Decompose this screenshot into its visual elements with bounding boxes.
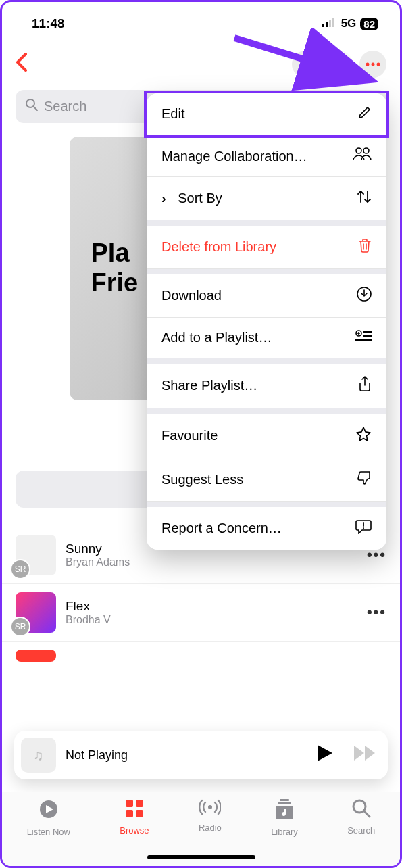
search-icon xyxy=(25,98,39,115)
svg-rect-5 xyxy=(332,18,334,27)
pencil-icon xyxy=(358,105,372,122)
share-icon xyxy=(358,376,372,395)
track-artist: Bryan Adams xyxy=(66,556,357,569)
status-bar: 11:48 5G 82 xyxy=(2,2,400,36)
clock: 11:48 xyxy=(32,16,65,31)
next-icon[interactable] xyxy=(354,746,376,765)
menu-share-playlist[interactable]: Share Playlist… xyxy=(147,364,386,408)
svg-rect-2 xyxy=(322,24,324,27)
menu-delete-from-library[interactable]: Delete from Library xyxy=(147,226,386,269)
menu-manage-collaboration[interactable]: Manage Collaboration… xyxy=(147,135,386,177)
menu-favourite[interactable]: Favourite xyxy=(147,414,386,458)
svg-point-10 xyxy=(377,63,380,66)
track-row[interactable] xyxy=(2,642,400,670)
report-icon xyxy=(355,519,372,537)
svg-rect-21 xyxy=(126,810,133,817)
nav-bar xyxy=(2,36,400,85)
svg-rect-25 xyxy=(278,802,291,804)
menu-report-concern[interactable]: Report a Concern… xyxy=(147,507,386,550)
svg-point-7 xyxy=(306,60,310,64)
grid-icon xyxy=(125,799,144,823)
search-icon xyxy=(352,799,371,823)
svg-rect-24 xyxy=(280,799,289,801)
tab-library[interactable]: Library xyxy=(271,799,298,837)
svg-rect-3 xyxy=(326,22,328,27)
home-indicator[interactable] xyxy=(147,855,255,859)
library-icon xyxy=(275,799,294,824)
collaborators-button[interactable] xyxy=(292,51,319,78)
network-label: 5G xyxy=(341,17,357,30)
radio-icon xyxy=(199,799,221,820)
svg-marker-16 xyxy=(365,746,375,761)
track-artist: Brodha V xyxy=(66,614,357,626)
sort-icon xyxy=(357,189,372,208)
svg-point-23 xyxy=(208,805,212,809)
svg-point-8 xyxy=(366,63,370,66)
play-icon[interactable] xyxy=(318,745,332,765)
svg-line-28 xyxy=(364,811,370,817)
track-title: Flex xyxy=(66,599,357,614)
tab-search[interactable]: Search xyxy=(347,799,375,836)
battery-icon: 82 xyxy=(360,18,378,30)
play-circle-icon xyxy=(39,799,59,824)
menu-edit[interactable]: Edit xyxy=(147,93,386,135)
contributor-avatar: SR xyxy=(10,559,30,579)
star-icon xyxy=(355,426,372,445)
svg-rect-20 xyxy=(136,800,143,807)
now-playing-label: Not Playing xyxy=(66,748,308,763)
tab-listen-now[interactable]: Listen Now xyxy=(27,799,70,837)
chevron-right-icon: › xyxy=(161,191,166,206)
download-icon xyxy=(357,287,372,305)
svg-point-29 xyxy=(356,148,361,153)
svg-line-12 xyxy=(34,107,37,110)
tab-radio[interactable]: Radio xyxy=(199,799,222,833)
menu-sort-by[interactable]: › Sort By xyxy=(147,177,386,220)
menu-add-to-playlist[interactable]: Add to a Playlist… xyxy=(147,318,386,358)
people-icon xyxy=(353,147,372,164)
svg-point-9 xyxy=(372,63,375,66)
trash-icon xyxy=(358,238,372,256)
add-button[interactable] xyxy=(326,51,353,78)
now-playing-bar[interactable]: ♫ Not Playing xyxy=(14,731,388,779)
svg-marker-15 xyxy=(354,746,364,761)
context-menu: Edit Manage Collaboration… › Sort By Del… xyxy=(147,93,386,550)
svg-marker-14 xyxy=(318,745,332,761)
back-button[interactable] xyxy=(16,53,28,76)
menu-suggest-less[interactable]: Suggest Less xyxy=(147,458,386,502)
more-button[interactable] xyxy=(359,51,386,78)
track-more-button[interactable]: ••• xyxy=(367,604,386,621)
svg-point-30 xyxy=(363,148,369,153)
search-placeholder: Search xyxy=(44,99,86,114)
svg-point-6 xyxy=(301,60,305,64)
svg-rect-19 xyxy=(126,800,133,807)
track-row[interactable]: SR Flex Brodha V ••• xyxy=(2,584,400,642)
svg-rect-4 xyxy=(329,20,331,27)
contributor-avatar: SR xyxy=(10,617,30,637)
add-to-list-icon xyxy=(355,330,372,345)
svg-point-11 xyxy=(26,99,34,107)
thumbs-down-icon xyxy=(357,471,372,489)
menu-download[interactable]: Download xyxy=(147,274,386,318)
signal-icon xyxy=(322,17,337,30)
tab-browse[interactable]: Browse xyxy=(120,799,149,836)
now-playing-artwork-icon: ♫ xyxy=(21,738,56,773)
svg-rect-22 xyxy=(136,810,143,817)
